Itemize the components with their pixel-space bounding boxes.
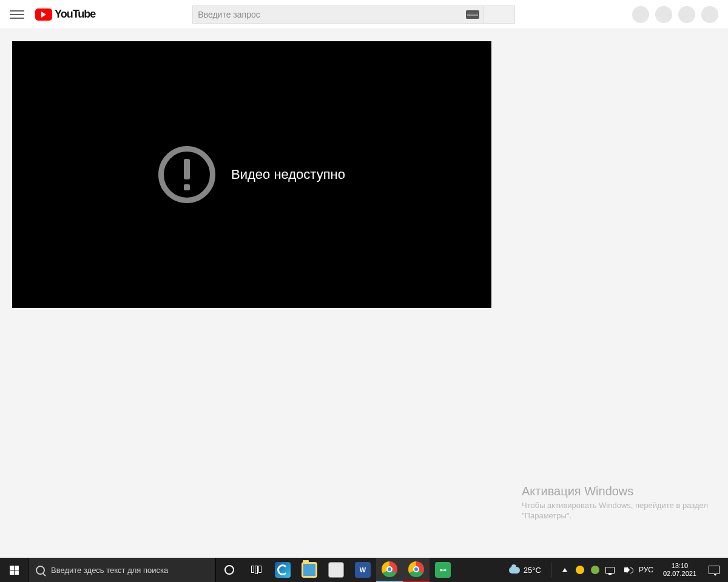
edge-icon [275, 562, 291, 578]
notes-icon [328, 562, 344, 578]
chrome-app-1[interactable] [376, 558, 403, 582]
youtube-logo[interactable]: YouTube [35, 8, 95, 21]
taskbar-tray: 25°C РУС 13:10 02.07.2021 [504, 558, 728, 582]
taskbar-search-placeholder: Введите здесь текст для поиска [51, 566, 168, 575]
notes-app[interactable] [323, 558, 349, 582]
flag-icon [576, 566, 584, 574]
header-placeholder-3[interactable] [678, 6, 695, 23]
avatar[interactable] [701, 6, 718, 23]
tray-app-1[interactable] [575, 565, 585, 575]
search-icon [36, 566, 45, 575]
chrome-icon [382, 561, 397, 577]
header-placeholder-1[interactable] [632, 6, 649, 23]
language-indicator[interactable]: РУС [636, 566, 656, 574]
weather-widget[interactable]: 25°C [504, 566, 546, 575]
clock-date: 02.07.2021 [663, 570, 696, 578]
chevron-up-icon [562, 568, 567, 572]
video-player[interactable]: Видео недоступно [12, 41, 491, 308]
video-unavailable-text: Видео недоступно [231, 167, 345, 182]
taskbar: Введите здесь текст для поиска W ⊶ 25°C … [0, 558, 728, 582]
edge-app[interactable] [269, 558, 296, 582]
tray-overflow-button[interactable] [560, 565, 570, 575]
monitor-icon [605, 567, 615, 574]
shield-icon [591, 566, 599, 574]
search-placeholder: Введите запрос [198, 10, 260, 19]
header-placeholder-2[interactable] [655, 6, 672, 23]
search-button[interactable] [484, 5, 515, 24]
taskbar-search-input[interactable]: Введите здесь текст для поиска [28, 558, 216, 582]
explorer-app[interactable] [296, 558, 323, 582]
search-input[interactable]: Введите запрос [192, 5, 484, 24]
display-button[interactable] [605, 565, 615, 575]
cortana-icon [224, 565, 234, 575]
youtube-play-icon [35, 8, 52, 21]
error-icon [158, 146, 215, 203]
start-button[interactable] [0, 558, 28, 582]
windows-activation-watermark: Активация Windows Чтобы активировать Win… [522, 484, 710, 521]
windows-icon [10, 566, 19, 575]
taskview-icon [251, 566, 261, 574]
chrome-app-2[interactable] [403, 558, 430, 582]
vpn-app[interactable]: ⊶ [430, 558, 456, 582]
taskview-button[interactable] [243, 558, 269, 582]
youtube-header: YouTube Введите запрос [0, 0, 728, 29]
tray-app-2[interactable] [590, 565, 600, 575]
cloud-icon [509, 567, 520, 574]
youtube-logo-text: YouTube [55, 8, 95, 21]
folder-icon [302, 562, 317, 578]
menu-icon[interactable] [10, 7, 24, 22]
keyboard-icon[interactable] [466, 10, 479, 19]
word-icon: W [355, 562, 371, 578]
header-actions [632, 6, 718, 23]
watermark-subtitle: Чтобы активировать Windows, перейдите в … [522, 501, 710, 521]
page-body: Видео недоступно Активация Windows Чтобы… [0, 29, 728, 558]
key-icon: ⊶ [435, 562, 451, 578]
clock-time: 13:10 [663, 562, 696, 570]
weather-temp: 25°C [524, 566, 541, 575]
chrome-icon [408, 561, 424, 577]
cortana-button[interactable] [216, 558, 243, 582]
clock[interactable]: 13:10 02.07.2021 [658, 562, 701, 578]
search-container: Введите запрос [192, 5, 515, 24]
divider [551, 563, 551, 577]
speaker-icon [624, 567, 627, 572]
volume-button[interactable] [621, 565, 630, 575]
watermark-title: Активация Windows [522, 484, 710, 498]
word-app[interactable]: W [349, 558, 376, 582]
notifications-button[interactable] [709, 566, 720, 574]
